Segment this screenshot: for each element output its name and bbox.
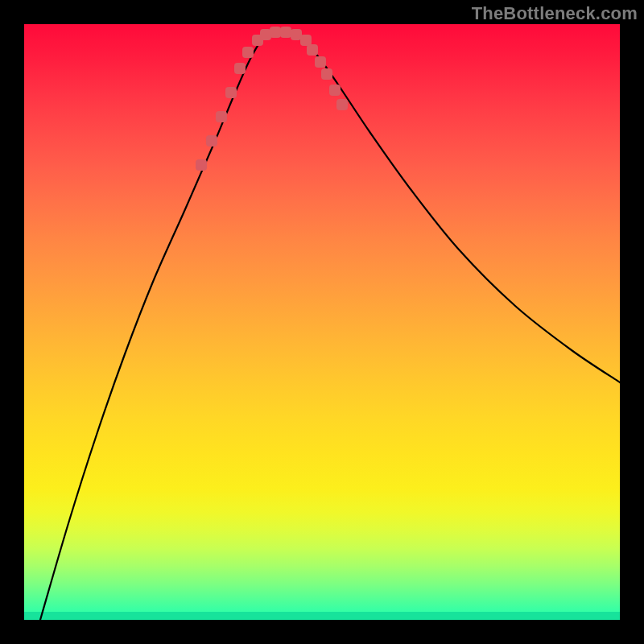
watermark-text: TheBottleneck.com [472,3,638,24]
plot-area [24,24,620,620]
marker-point [336,99,348,110]
marker-point [291,29,302,40]
marker-point [315,56,326,68]
marker-point [329,85,341,96]
bottleneck-curve [40,31,620,620]
marker-point [234,63,246,74]
chart-svg [24,24,620,620]
marker-point [242,47,254,58]
marker-point [321,68,332,80]
marker-point [225,87,237,98]
chart-stage: TheBottleneck.com [0,0,644,644]
highlight-markers [196,27,348,171]
marker-point [216,111,227,122]
marker-point [206,135,217,147]
marker-point [280,27,291,38]
marker-point [307,44,318,56]
marker-point [270,27,281,38]
marker-point [300,35,312,46]
marker-point [260,29,271,40]
marker-point [196,159,207,171]
